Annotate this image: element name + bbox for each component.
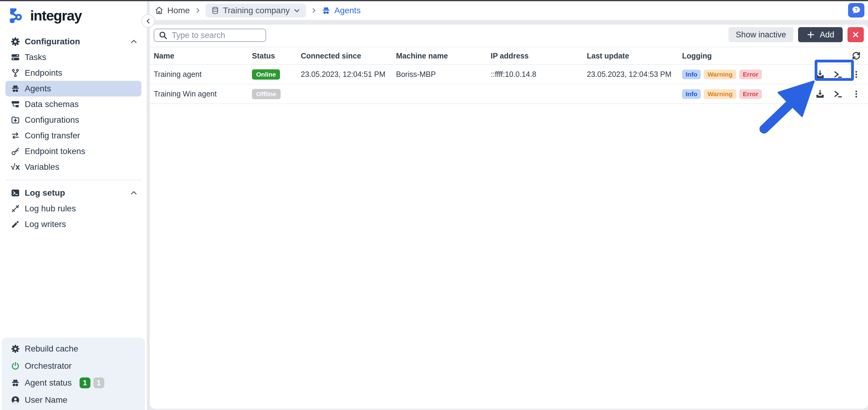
sidebar-item-log-writers[interactable]: Log writers [5,216,141,232]
sidebar-item-data-schemas[interactable]: Data schemas [5,96,141,112]
logo-text: integray [30,7,82,24]
sidebar-item-endpoint-tokens[interactable]: Endpoint tokens [5,144,141,159]
close-button[interactable] [847,27,864,42]
section-label: Log setup [25,188,65,198]
terminal-icon[interactable] [832,69,844,80]
window-top-strip [0,0,868,1]
sidebar-divider [5,180,141,180]
help-button[interactable]: ? [848,3,864,18]
endpoint-tokens-icon [10,146,21,156]
status-badge-online: Online [252,69,280,80]
sidebar-item-label: Log writers [25,219,66,229]
terminal-icon[interactable] [832,88,844,100]
breadcrumb-current-agents[interactable]: Agents [321,6,361,16]
breadcrumb-current-label: Agents [334,6,361,16]
tasks-icon [10,52,21,62]
breadcrumb: Home Training company Agen [150,1,868,20]
breadcrumb-company-label: Training company [223,6,290,16]
help-icon: ? [851,5,862,16]
last-update-value: 23.05.2023, 12:04:53 PM [587,70,682,79]
download-agent-icon[interactable] [814,69,826,80]
logging-info-badge[interactable]: Info [682,70,701,79]
user-menu-button[interactable]: User Name [5,392,141,408]
log-writers-icon [10,219,21,229]
chevron-right-icon [311,7,317,13]
logo-mark-icon [8,6,27,25]
logging-warning-badge[interactable]: Warning [704,70,736,79]
column-header-machine-name[interactable]: Machine name [396,52,491,60]
logging-info-badge[interactable]: Info [682,89,701,99]
chevron-right-icon [195,7,201,13]
chevron-up-icon[interactable] [130,38,138,46]
column-header-status[interactable]: Status [252,52,301,60]
sidebar-item-label: Config transfer [25,131,80,141]
sidebar-section-log-setup[interactable]: Log setup [5,185,141,201]
variables-icon: √x [10,162,21,172]
breadcrumb-home[interactable]: Home [155,6,190,16]
breadcrumb-home-label: Home [167,6,190,16]
sidebar-section-configuration[interactable]: Configuration [5,34,141,50]
agent-name: Training Win agent [154,90,252,98]
logging-error-badge[interactable]: Error [739,70,762,79]
orchestrator-button[interactable]: Orchestrator [5,358,141,374]
logging-warning-badge[interactable]: Warning [704,89,736,99]
plus-icon [807,30,815,39]
row-actions [814,88,862,100]
configurations-icon [10,115,21,125]
sidebar-collapse-button[interactable] [141,14,155,28]
sidebar-item-label: Endpoint tokens [25,147,85,156]
sidebar-item-log-hub-rules[interactable]: Log hub rules [5,201,141,216]
search-input[interactable] [172,31,261,40]
agent-icon [10,378,21,388]
rebuild-cache-icon [10,344,21,354]
home-icon [155,6,164,15]
logging-badges: Info Warning Error [682,89,772,99]
column-header-logging[interactable]: Logging [682,52,772,60]
agent-name: Training agent [154,70,252,79]
sidebar-nav: Configuration Tasks Endpoints [0,34,147,232]
online-count-badge: 1 [80,377,90,388]
machine-name-value: Boriss-MBP [396,70,491,79]
sidebar-item-configurations[interactable]: Configurations [5,112,141,128]
app-logo[interactable]: integray [8,6,82,25]
endpoints-icon [10,68,21,78]
column-header-ip-address[interactable]: IP address [491,52,587,60]
footer-item-label: Agent status [25,378,72,388]
show-inactive-button[interactable]: Show inactive [728,27,793,42]
agent-status-button[interactable]: Agent status 1 1 [5,375,141,391]
sidebar-item-agents[interactable]: Agents [5,81,141,96]
gear-icon [10,36,21,47]
log-hub-rules-icon [10,204,21,214]
connected-since-value: 23.05.2023, 12:04:51 PM [301,70,396,79]
sidebar-item-tasks[interactable]: Tasks [5,50,141,65]
sidebar-item-variables[interactable]: √x Variables [5,159,141,175]
rebuild-cache-button[interactable]: Rebuild cache [5,341,141,357]
refresh-icon[interactable] [850,50,862,61]
table-row-training-win-agent[interactable]: Training Win agent Offline Info Warning … [150,84,868,104]
sidebar-item-label: Agents [25,84,51,93]
download-agent-icon[interactable] [814,88,826,100]
company-icon [211,6,219,15]
table-row-training-agent[interactable]: Training agent Online 23.05.2023, 12:04:… [150,65,868,84]
sidebar: integray Configuration [0,1,147,410]
agent-icon [10,84,21,94]
breadcrumb-company-selector[interactable]: Training company [206,4,306,18]
footer-item-label: User Name [25,395,67,405]
column-header-name[interactable]: Name [154,52,252,60]
config-transfer-icon [10,130,21,141]
sidebar-item-label: Tasks [25,53,46,62]
footer-item-label: Orchestrator [25,361,72,371]
kebab-menu-icon[interactable] [850,69,862,80]
ip-address-value: ::ffff:10.0.14.8 [491,70,587,79]
kebab-menu-icon[interactable] [850,88,862,100]
logging-badges: Info Warning Error [682,70,772,79]
chevron-up-icon[interactable] [130,189,138,197]
column-header-last-update[interactable]: Last update [587,52,682,60]
add-button[interactable]: Add [798,27,843,42]
add-label: Add [820,30,834,39]
sidebar-item-config-transfer[interactable]: Config transfer [5,128,141,144]
agent-status-badges: 1 1 [80,377,104,388]
column-header-connected-since[interactable]: Connected since [301,52,396,60]
logging-error-badge[interactable]: Error [739,89,762,99]
sidebar-item-endpoints[interactable]: Endpoints [5,65,141,81]
